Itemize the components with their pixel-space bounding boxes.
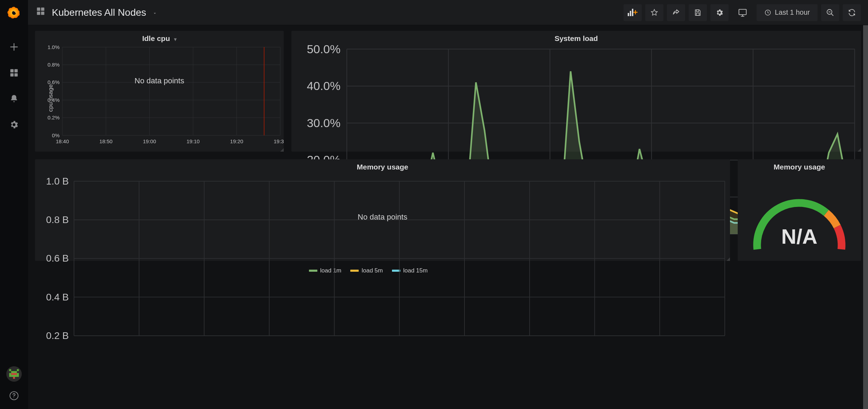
svg-rect-7 xyxy=(17,369,19,371)
panel-idle-cpu[interactable]: Idle cpu ▾ cpu usage 0%0.2%0.4%0.6%0.8%1… xyxy=(35,31,284,152)
time-range-button[interactable]: Last 1 hour xyxy=(757,4,818,21)
svg-rect-6 xyxy=(9,369,11,371)
dashboards-icon[interactable] xyxy=(6,64,22,81)
svg-rect-2 xyxy=(14,69,18,72)
svg-rect-18 xyxy=(37,12,40,15)
svg-rect-12 xyxy=(11,373,17,375)
dashboard-grid-icon xyxy=(36,6,46,19)
svg-text:40.0%: 40.0% xyxy=(307,79,340,92)
svg-text:0%: 0% xyxy=(52,132,60,138)
svg-rect-22 xyxy=(632,9,633,16)
svg-rect-8 xyxy=(11,371,17,373)
no-data-message: No data points xyxy=(35,213,730,222)
svg-text:50.0%: 50.0% xyxy=(307,43,340,56)
svg-text:0.2%: 0.2% xyxy=(48,115,60,120)
svg-rect-25 xyxy=(696,10,699,12)
share-button[interactable] xyxy=(667,4,685,21)
add-panel-button[interactable] xyxy=(624,4,642,21)
y-axis-label: cpu usage xyxy=(47,84,54,111)
svg-text:30.0%: 30.0% xyxy=(307,116,340,130)
svg-rect-13 xyxy=(13,377,15,379)
sidebar xyxy=(0,0,28,409)
svg-rect-19 xyxy=(41,12,44,15)
svg-rect-26 xyxy=(696,13,699,15)
refresh-button[interactable] xyxy=(843,4,861,21)
svg-text:19:30: 19:30 xyxy=(274,138,284,144)
zoom-out-button[interactable] xyxy=(821,4,839,21)
panel-memory-usage[interactable]: Memory usage 0.2 B0.4 B0.6 B0.8 B1.0 B N… xyxy=(35,159,730,261)
gauge-value: N/A xyxy=(738,224,861,249)
svg-rect-3 xyxy=(11,73,14,76)
topbar: Kubernetes All Nodes Last 1 hour xyxy=(28,0,868,25)
scrollbar[interactable] xyxy=(863,25,868,409)
svg-text:19:00: 19:00 xyxy=(143,138,156,144)
kiosk-button[interactable] xyxy=(732,4,753,21)
help-icon[interactable] xyxy=(7,389,21,403)
configuration-icon[interactable] xyxy=(6,116,22,133)
svg-text:0.8%: 0.8% xyxy=(48,62,60,68)
svg-text:18:40: 18:40 xyxy=(56,138,69,144)
panel-title-system-load: System load xyxy=(291,31,861,43)
svg-rect-21 xyxy=(630,11,631,16)
create-icon[interactable] xyxy=(6,39,22,55)
chart-memory-usage: 0.2 B0.4 B0.6 B0.8 B1.0 B xyxy=(35,171,730,342)
dashboard-title: Kubernetes All Nodes xyxy=(52,7,146,18)
dashboard-body: Idle cpu ▾ cpu usage 0%0.2%0.4%0.6%0.8%1… xyxy=(28,25,868,409)
svg-text:18:50: 18:50 xyxy=(99,138,113,144)
svg-rect-9 xyxy=(9,373,11,377)
save-button[interactable] xyxy=(689,4,707,21)
alerting-icon[interactable] xyxy=(6,90,22,107)
user-avatar[interactable] xyxy=(6,366,22,382)
svg-text:19:10: 19:10 xyxy=(186,138,200,144)
panel-title-memory: Memory usage xyxy=(35,159,730,171)
svg-rect-11 xyxy=(11,375,17,377)
svg-rect-16 xyxy=(37,8,40,11)
svg-rect-4 xyxy=(14,73,18,76)
star-button[interactable] xyxy=(645,4,663,21)
panel-title-gauge: Memory usage xyxy=(738,159,861,171)
panel-memory-gauge[interactable]: Memory usage N/A xyxy=(738,159,861,261)
dashboard-title-button[interactable]: Kubernetes All Nodes xyxy=(36,6,157,19)
main: Kubernetes All Nodes Last 1 hour xyxy=(28,0,868,409)
svg-text:1.0 B: 1.0 B xyxy=(46,176,69,187)
svg-rect-1 xyxy=(11,69,14,72)
svg-rect-20 xyxy=(628,13,629,16)
svg-rect-17 xyxy=(41,8,44,11)
svg-text:19:20: 19:20 xyxy=(230,138,243,144)
svg-text:1.0%: 1.0% xyxy=(48,44,60,50)
clock-icon xyxy=(764,9,771,16)
settings-button[interactable] xyxy=(710,4,729,21)
svg-rect-27 xyxy=(739,9,746,14)
no-data-message: No data points xyxy=(35,76,284,85)
svg-point-15 xyxy=(13,397,14,398)
panel-system-load[interactable]: System load 0%10.0%20.0%30.0%40.0%50.0%1… xyxy=(291,31,861,152)
chevron-down-icon: ▾ xyxy=(174,36,177,42)
chart-idle-cpu: 0%0.2%0.4%0.6%0.8%1.0%18:4018:5019:0019:… xyxy=(35,43,284,153)
svg-text:0.2 B: 0.2 B xyxy=(46,330,69,341)
grafana-logo[interactable] xyxy=(6,4,22,21)
chevron-down-icon xyxy=(152,7,157,18)
svg-text:0.4 B: 0.4 B xyxy=(46,292,69,303)
svg-line-32 xyxy=(831,14,833,16)
time-range-label: Last 1 hour xyxy=(775,8,810,16)
panel-title-idle-cpu: Idle cpu xyxy=(142,34,170,42)
svg-text:0.6 B: 0.6 B xyxy=(46,253,69,264)
svg-rect-10 xyxy=(17,373,19,377)
